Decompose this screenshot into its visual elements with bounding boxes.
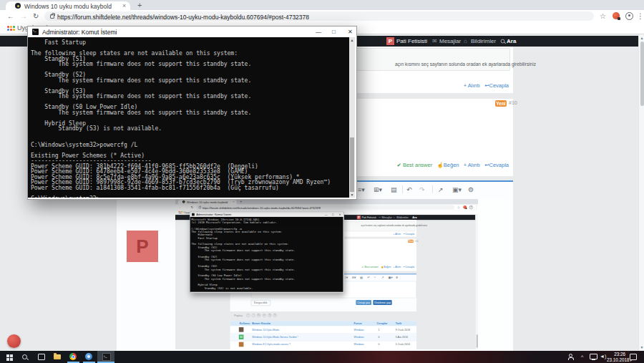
- volume-icon[interactable]: ◄): [600, 354, 606, 359]
- quote-icon: +: [464, 162, 467, 168]
- browser-toolbar: ← → ↻ https://forum.shiftdelete.net/thre…: [0, 10, 644, 22]
- row-avatar: M: [239, 334, 244, 339]
- quote-link[interactable]: Alıntı: [468, 162, 480, 168]
- editor-insert-icon[interactable]: ⊞▾: [374, 186, 382, 193]
- mini-https-lock-icon: [199, 206, 201, 208]
- best-answer-link[interactable]: Best answer: [403, 162, 432, 168]
- quote-text: açın kısmını seç sayfanın solunda oradan…: [395, 62, 536, 67]
- app-taskbar-icon[interactable]: [85, 353, 92, 360]
- best-answer-icon: ✔: [397, 162, 401, 168]
- forward-icon[interactable]: →: [20, 12, 27, 20]
- cmd-scrollbar[interactable]: ▲ ▼: [349, 37, 355, 198]
- mini-apps-grid-icon: [179, 211, 180, 212]
- editor-expand-icon[interactable]: ↗: [438, 186, 444, 193]
- pasted-screenshot-image[interactable]: Windows 10 uyku modu kaybold × + ← → ↻ h…: [175, 199, 478, 349]
- table-header-row: Kullanıcı Benzer Konular Forum Cevaplar …: [230, 321, 416, 326]
- mini-address-bar: https://forum.shiftdelete.net/threads/wi…: [196, 205, 454, 209]
- cmd-window[interactable]: Administrator: Komut İstemi — □ ✕ Fast S…: [27, 26, 357, 200]
- quote-icon: +: [464, 82, 467, 89]
- whatsapp-icon: w: [263, 314, 266, 317]
- chrome-menu-icon[interactable]: ⋮: [637, 12, 644, 20]
- editor-list-icon[interactable]: ≡▾: [358, 186, 365, 193]
- tray-expand-icon[interactable]: ^: [581, 354, 583, 359]
- nav-notifications[interactable]: Bildirimler: [471, 38, 496, 44]
- nav-search[interactable]: Ara: [507, 38, 516, 44]
- scrollbar-thumb[interactable]: [640, 42, 644, 106]
- people-tray-icon[interactable]: [568, 354, 572, 357]
- minimize-icon[interactable]: —: [316, 29, 321, 35]
- mini-toolbar: ← → ↻ https://forum.shiftdelete.net/thre…: [175, 205, 478, 210]
- post-number[interactable]: #10: [509, 100, 517, 105]
- thread-link: Windows 8.1 Uyku modu sorunu ?: [252, 343, 291, 346]
- tab-title: Windows 10 uyku modu kaybold: [24, 3, 119, 10]
- mini-tab-title: Windows 10 uyku modu kaybold: [187, 200, 231, 204]
- browser-tab[interactable]: Windows 10 uyku modu kaybold ×: [6, 1, 130, 10]
- maximize-icon[interactable]: □: [332, 29, 336, 35]
- file-explorer-icon[interactable]: [54, 354, 61, 359]
- browser-tab-bar: Windows 10 uyku modu kaybold × +: [0, 0, 644, 10]
- cmd-scroll-down-icon[interactable]: ▼: [349, 193, 355, 197]
- cmd-taskbar-button[interactable]: [97, 351, 114, 362]
- editor-drafts-icon[interactable]: ▣▾: [452, 186, 462, 193]
- desktop: Windows 10 uyku modu kaybold × + ← → ↻ h…: [0, 0, 644, 363]
- mini-cmd-body: Microsoft Windows [Version 10.0.17134.34…: [190, 217, 343, 292]
- cmd-body[interactable]: Fast Startup The following sleep states …: [28, 37, 355, 198]
- extension-icon[interactable]: [613, 12, 620, 19]
- search-icon: [501, 39, 505, 44]
- back-icon[interactable]: ←: [7, 12, 14, 20]
- mini-cmd-window: Administrator: Komut İstemi — □ ✕ Micros…: [190, 212, 344, 293]
- floating-action-button[interactable]: [7, 334, 21, 348]
- url-text[interactable]: https://forum.shiftdelete.net/threads/wi…: [57, 14, 487, 21]
- address-bar[interactable]: https://forum.shiftdelete.net/threads/wi…: [44, 11, 594, 21]
- cmd-scrollbar-thumb[interactable]: [350, 137, 354, 192]
- taskbar: ^ ◄) 23:26 23.10.2018: [0, 351, 644, 363]
- mini-preview-button: Önizleme yap: [373, 300, 391, 305]
- apps-grid-icon[interactable]: [7, 26, 9, 28]
- replies-count: 0: [378, 336, 379, 339]
- mini-reload-icon: ↻: [191, 205, 194, 209]
- chrome-taskbar-icon[interactable]: [69, 353, 77, 360]
- editor-settings-icon[interactable]: ⚙: [468, 186, 474, 193]
- col-replies: Cevaplar: [377, 322, 388, 325]
- scroll-down-icon[interactable]: ▼: [639, 345, 644, 349]
- start-button-icon[interactable]: [6, 354, 9, 357]
- avatar[interactable]: P: [386, 37, 394, 45]
- mini-post-number: #10: [414, 240, 418, 242]
- reply-link[interactable]: Cevapla: [489, 162, 509, 168]
- mini-site-favicon: [182, 200, 185, 203]
- twitter-icon: t: [252, 314, 255, 317]
- profile-icon[interactable]: [625, 12, 633, 20]
- nav-username[interactable]: Pati Fetisisti: [396, 38, 427, 44]
- new-tab-button[interactable]: +: [137, 1, 142, 9]
- cmd-scroll-up-icon[interactable]: ▲: [349, 38, 355, 42]
- taskbar-search-icon[interactable]: [22, 354, 27, 359]
- bookmark-star-icon[interactable]: ☆: [600, 12, 606, 20]
- page-scrollbar[interactable]: ▲ ▼: [638, 34, 644, 351]
- mini-nav-search: Ara: [412, 216, 416, 219]
- task-view-icon[interactable]: [38, 354, 45, 360]
- mini-tab-bar: Windows 10 uyku modu kaybold × +: [175, 199, 478, 205]
- editor-table-icon[interactable]: ▤: [391, 186, 397, 193]
- mini-profile-icon: [469, 205, 473, 209]
- action-center-icon[interactable]: [630, 354, 637, 360]
- quote-link[interactable]: Alıntı: [468, 82, 480, 89]
- close-icon[interactable]: ✕: [348, 29, 353, 35]
- mini-back-icon: ←: [179, 205, 182, 209]
- editor-undo-icon[interactable]: ↶: [406, 186, 412, 193]
- tab-close-icon[interactable]: ×: [122, 2, 126, 9]
- taskbar-clock[interactable]: 23:26 23.10.2018: [607, 352, 625, 362]
- mini-quote-icon: +: [393, 266, 394, 268]
- reload-icon[interactable]: ↻: [33, 12, 39, 20]
- nav-messages[interactable]: Mesajlar: [439, 38, 461, 44]
- like-link[interactable]: Beğen: [444, 162, 459, 168]
- editor-avatar[interactable]: P: [127, 231, 158, 262]
- network-icon[interactable]: [590, 354, 597, 359]
- mini-cmd-icon: [192, 213, 195, 216]
- editor-redo-icon[interactable]: ↷: [419, 186, 425, 193]
- cmd-titlebar[interactable]: Administrator: Komut İstemi — □ ✕: [28, 26, 355, 37]
- reply-link[interactable]: Cevapla: [489, 82, 509, 89]
- clock-date: 23.10.2018: [607, 357, 625, 363]
- toolbar-separator: [402, 185, 403, 193]
- mini-best-answer-link: Best answer: [365, 266, 379, 268]
- scroll-up-icon[interactable]: ▲: [639, 36, 644, 40]
